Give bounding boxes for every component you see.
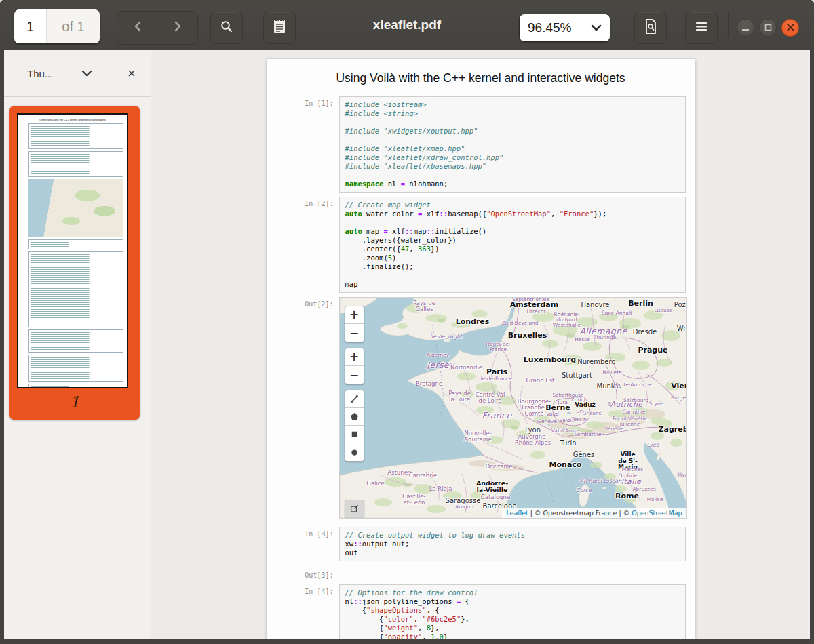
code-line: #include "xleaflet/xdraw_control.hpp"	[345, 153, 680, 162]
code-line: #include "xwidgets/xoutput.hpp"	[345, 127, 680, 136]
plus-icon: +	[349, 309, 359, 321]
code-line: auto water_color = xlf::basemap({"OpenSt…	[345, 209, 680, 218]
polygon-icon	[349, 411, 360, 422]
code-line: .finalize();	[345, 262, 680, 271]
pdf-viewer-window: 1 of 1 xleaflet.pdf 96.45%	[0, 0, 814, 644]
thumbnail-page-number: 1	[17, 388, 132, 416]
close-button[interactable]	[781, 19, 799, 37]
hamburger-icon	[695, 21, 708, 35]
code-line: xw::output out;	[345, 540, 680, 548]
chevron-right-icon	[173, 20, 182, 35]
attribution-link[interactable]: OpenStreetMap	[632, 509, 682, 517]
sidebar-toggle-button[interactable]	[263, 12, 296, 44]
page-number-widget: 1 of 1	[14, 9, 100, 44]
code-line: map	[345, 280, 680, 289]
notebook-cell: In [4]:// Options for the draw controlnl…	[339, 584, 686, 639]
thumb-block	[28, 239, 123, 249]
code-line	[345, 271, 680, 280]
map-control-group: +−	[345, 306, 364, 342]
code-line: {"color", "#6bc2e5"},	[345, 615, 680, 624]
cell-prompt: In [2]:	[293, 200, 334, 207]
code-line: #include "xleaflet/xbasemaps.hpp"	[345, 162, 680, 171]
thumbnail-preview: Using Voilà with the C++ kernel and inte…	[17, 113, 128, 388]
thumbnail-mini-title: Using Voilà with the C++ kernel and inte…	[22, 118, 123, 121]
cell-prompt: Out[3]:	[293, 571, 334, 579]
maximize-icon	[764, 22, 772, 34]
thumbnail-page-1[interactable]: Using Voilà with the C++ kernel and inte…	[9, 106, 140, 420]
document-search-icon	[643, 18, 658, 38]
code-cell: // Options for the draw controlnl::json …	[339, 584, 686, 639]
notebook-cell: Out[3]:	[339, 568, 686, 579]
cell-prompt: In [4]:	[293, 588, 334, 595]
map-control-group	[345, 500, 364, 519]
draw-polygon-button[interactable]	[345, 408, 364, 426]
cell-prompt: In [1]:	[293, 100, 334, 107]
close-icon	[787, 22, 794, 34]
delete-layers-button[interactable]	[345, 518, 364, 519]
sidebar-mode-label[interactable]: Thu...	[27, 68, 53, 79]
close-icon	[128, 69, 136, 77]
code-line: #include <iostream>	[345, 100, 680, 109]
next-page-button[interactable]	[157, 12, 197, 44]
notebook-title: Using Voilà with the C++ kernel and inte…	[267, 59, 695, 85]
page-navigation	[117, 11, 198, 45]
thumb-block	[28, 123, 123, 149]
search-button[interactable]	[210, 12, 243, 44]
thumb-block	[28, 355, 123, 382]
code-line	[345, 136, 680, 144]
map-control-group: +−	[345, 348, 364, 384]
code-line: // Create output widget to log draw even…	[345, 531, 680, 540]
map-controls: +−+−	[345, 306, 364, 519]
code-line: out	[345, 548, 680, 557]
cell-prompt: Out[2]:	[293, 300, 334, 308]
edit-layers-button[interactable]	[345, 500, 364, 518]
annotate-button[interactable]	[634, 12, 667, 44]
thumb-block	[28, 251, 123, 327]
attribution-text: | © Openstreetmap France | ©	[528, 509, 632, 517]
maximize-button[interactable]	[759, 19, 777, 37]
zoom-level-dropdown[interactable]: 96.45%	[519, 14, 610, 42]
zoom-in-button[interactable]: +	[345, 306, 364, 324]
notebook-cell: In [2]:// Create map widgetauto water_co…	[339, 197, 686, 293]
page-number-input[interactable]: 1	[14, 9, 46, 43]
code-line: auto map = xlf::map::initialize()	[345, 227, 680, 236]
search-icon	[218, 18, 235, 37]
pdf-page: Using Voilà with the C++ kernel and inte…	[267, 58, 695, 639]
draw-circle-button[interactable]	[345, 443, 364, 461]
empty-output	[339, 568, 686, 579]
minimize-icon	[741, 22, 750, 34]
notebook-cells: In [1]:#include <iostream>#include <stri…	[267, 96, 695, 639]
draw-polyline-button[interactable]	[345, 390, 364, 408]
previous-page-button[interactable]	[117, 12, 157, 44]
titlebar: 1 of 1 xleaflet.pdf 96.45%	[0, 0, 814, 50]
polyline-icon	[349, 394, 360, 404]
page-total-label: of 1	[46, 9, 100, 43]
notebook-cell: In [1]:#include <iostream>#include <stri…	[339, 96, 686, 193]
document-viewer[interactable]: Using Voilà with the C++ kernel and inte…	[151, 50, 810, 639]
zoom-level-value: 96.45%	[528, 20, 571, 35]
code-line: {"weight", 8},	[345, 624, 680, 632]
code-line: nl::json polyline_options = {	[345, 597, 680, 606]
zoom-out-button-2[interactable]: −	[345, 366, 364, 384]
sidebar-close-button[interactable]	[123, 65, 140, 81]
leaflet-map[interactable]: Pays de GallesLondresÎle de WightHauts-d…	[339, 297, 687, 519]
attribution-link[interactable]: Leaflet	[506, 509, 528, 517]
code-line: #include <string>	[345, 109, 680, 118]
code-line: {"opacity", 1.0}	[345, 632, 680, 639]
draw-rectangle-button[interactable]	[345, 426, 364, 443]
thumb-block	[28, 384, 123, 388]
zoom-out-button[interactable]: −	[345, 324, 364, 342]
minus-icon: −	[349, 327, 359, 339]
chevron-down-icon[interactable]	[81, 68, 92, 80]
window-title: xleaflet.pdf	[298, 0, 516, 50]
code-cell: #include <iostream>#include <string> #in…	[339, 96, 686, 193]
code-line: .center({47, 363})	[345, 245, 680, 254]
minimize-button[interactable]	[737, 19, 754, 37]
code-line: // Create map widget	[345, 201, 680, 209]
thumb-block	[28, 151, 123, 177]
edit-icon	[349, 504, 360, 514]
thumb-map-block	[28, 179, 123, 237]
menu-button[interactable]	[685, 12, 718, 44]
zoom-in-button-2[interactable]: +	[345, 348, 364, 366]
map-control-group	[345, 390, 364, 462]
